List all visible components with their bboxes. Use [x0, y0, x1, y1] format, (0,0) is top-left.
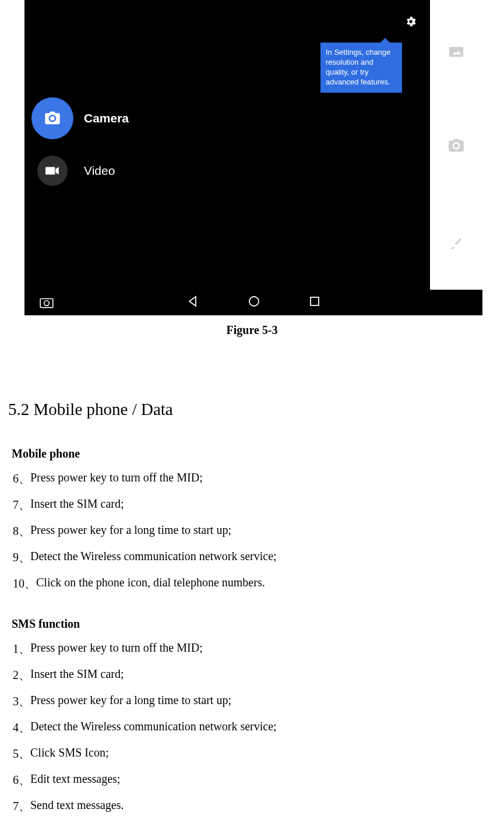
mobile-phone-list: 6、Press power key to turn off the MID; 7…: [13, 471, 504, 592]
list-item: 6、Edit text messages;: [13, 772, 504, 788]
list-item: 5、Click SMS Icon;: [13, 746, 504, 762]
camera-mode-label: Camera: [84, 111, 129, 125]
nav-home-icon[interactable]: [248, 296, 260, 309]
svg-rect-3: [311, 297, 319, 305]
list-item: 10、Click on the phone icon, dial telepho…: [13, 576, 504, 592]
list-item: 3、Press power key for a long time to sta…: [13, 694, 504, 709]
video-mode-label: Video: [84, 164, 115, 178]
nav-recent-icon[interactable]: [309, 296, 320, 309]
section-heading: 5.2 Mobile phone / Data: [8, 400, 504, 419]
figure-wrapper: In Settings, change resolution and quali…: [0, 0, 504, 315]
android-navbar: [24, 290, 482, 315]
nav-buttons: [187, 296, 320, 309]
list-item: 1、Press power key to turn off the MID;: [13, 641, 504, 657]
gallery-switch-icon[interactable]: [447, 45, 465, 59]
sms-function-heading: SMS function: [12, 617, 504, 631]
effects-brush-icon[interactable]: [447, 236, 465, 251]
list-item: 4、Detect the Wireless communication netw…: [13, 720, 504, 736]
settings-gear-icon[interactable]: [404, 15, 417, 30]
video-mode-icon: [37, 156, 68, 186]
figure-caption: Figure 5-3: [0, 323, 504, 337]
list-item: 2、Insert the SIM card;: [13, 667, 504, 683]
mobile-phone-heading: Mobile phone: [12, 447, 504, 460]
nav-back-icon[interactable]: [187, 296, 199, 309]
list-item: 6、Press power key to turn off the MID;: [13, 471, 504, 487]
right-sidebar: [430, 0, 482, 290]
svg-point-1: [44, 301, 50, 306]
shutter-icon[interactable]: [447, 138, 466, 154]
mode-video-row[interactable]: Video: [31, 156, 115, 186]
list-item: 9、Detect the Wireless communication netw…: [13, 550, 504, 565]
list-item: 7、Send text messages.: [13, 799, 504, 814]
list-item: 7、Insert the SIM card;: [13, 497, 504, 513]
nav-camera-icon[interactable]: [39, 297, 54, 308]
android-screenshot: In Settings, change resolution and quali…: [24, 0, 482, 315]
page: In Settings, change resolution and quali…: [0, 0, 504, 814]
settings-tooltip: In Settings, change resolution and quali…: [320, 43, 402, 93]
screenshot-inner: In Settings, change resolution and quali…: [24, 0, 482, 290]
sms-function-list: 1、Press power key to turn off the MID; 2…: [13, 641, 504, 814]
mode-camera-row[interactable]: Camera: [31, 97, 129, 139]
list-item: 8、Press power key for a long time to sta…: [13, 523, 504, 539]
svg-point-2: [249, 297, 259, 306]
camera-mode-icon: [31, 97, 73, 139]
svg-rect-0: [40, 299, 53, 308]
